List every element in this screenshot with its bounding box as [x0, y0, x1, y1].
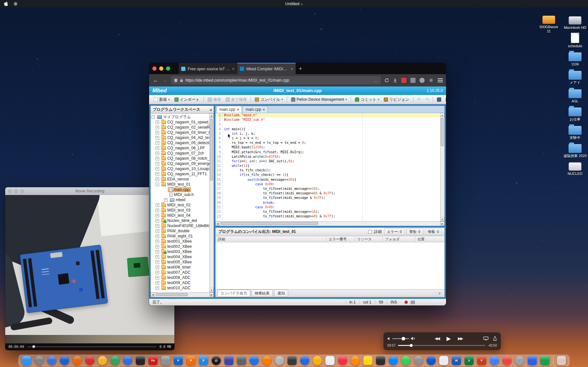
dock-icon-app-gray-c[interactable]: [275, 356, 284, 365]
dock-icon-vlc[interactable]: [262, 356, 271, 365]
scrollbar-thumb[interactable]: [210, 119, 213, 180]
toolbar-new[interactable]: 新規▾: [152, 96, 172, 103]
dock-icon-app-blue-b[interactable]: [123, 356, 132, 365]
code-editor[interactable]: 1#include "mbed.h"2#include "MIDI_sub.h"…: [216, 113, 440, 221]
tree-item[interactable]: +CQ_nagasm_11_FFT1: [151, 171, 209, 177]
toolbar-undo[interactable]: ↶: [415, 97, 423, 103]
desktop-icon-メアド[interactable]: メアド: [563, 69, 587, 85]
downloads-button[interactable]: [393, 78, 397, 83]
toolbar-redo[interactable]: ↷: [423, 97, 431, 103]
tree-item[interactable]: +CQ_nagasm_04_AD_test: [151, 135, 209, 140]
scroll-right-icon[interactable]: ▶: [440, 222, 444, 226]
desktop-icon-macintosh-hd[interactable]: Macintosh HD: [563, 14, 587, 30]
code-line[interactable]: 10 LatchPulse.write(0x01F8);: [216, 155, 440, 159]
tree-item[interactable]: +test004_XBee: [151, 254, 209, 259]
code-line[interactable]: 20 break;: [216, 201, 440, 205]
tree-item[interactable]: +test010_ADC: [151, 285, 209, 291]
expand-icon[interactable]: +: [156, 276, 159, 280]
fast-forward-button[interactable]: ▶▶: [458, 336, 463, 341]
playback-progress-bar[interactable]: [398, 345, 485, 346]
expand-icon[interactable]: +: [156, 255, 159, 259]
tree-item[interactable]: +test005_XBee: [151, 259, 209, 265]
play-button[interactable]: ▶: [446, 335, 451, 342]
collapse-icon[interactable]: −: [156, 183, 159, 186]
expand-icon[interactable]: +: [156, 214, 159, 217]
collapse-icon[interactable]: −: [151, 115, 155, 119]
scrollbar-thumb[interactable]: [156, 293, 188, 296]
dock-icon-chrome[interactable]: [98, 356, 107, 365]
expand-icon[interactable]: +: [164, 198, 168, 202]
tree-item[interactable]: +CQ_nagasm_01_speed_check: [151, 120, 209, 125]
status-misc-icon[interactable]: [411, 301, 415, 304]
tree-item[interactable]: +EDA_sensor: [151, 177, 209, 182]
code-line[interactable]: 2#include "MIDI_sub.h": [216, 118, 440, 122]
output-column-header[interactable]: エラー番号: [326, 236, 355, 242]
tree-item[interactable]: +PAW_double: [151, 228, 209, 234]
tree-item[interactable]: MIDI_sub.h: [151, 192, 209, 197]
output-tab-2[interactable]: 検索結果: [252, 290, 273, 297]
extension-icon[interactable]: [410, 78, 416, 83]
tree-item[interactable]: −マイプログラム: [151, 114, 209, 120]
expand-icon[interactable]: +: [156, 141, 159, 145]
desktop-icon-実験中[interactable]: 実験中: [563, 124, 587, 140]
dock-icon-app-dark-a[interactable]: [288, 356, 297, 365]
code-line[interactable]: 8 MIDI.baud(31250);: [216, 145, 440, 150]
code-line[interactable]: 13 tx_fifo_check();: [216, 168, 440, 173]
code-line[interactable]: 15 switch(midi_message>>20){: [216, 178, 440, 182]
editor-tab-close-icon[interactable]: ×: [237, 108, 239, 111]
workspace-vertical-scrollbar[interactable]: ▲ ▼: [209, 114, 214, 292]
dock-icon-mail[interactable]: [325, 356, 335, 365]
dock-icon-launchpad[interactable]: [35, 356, 44, 365]
dock-icon-app-blue-a[interactable]: [47, 356, 56, 365]
forward-button[interactable]: →: [162, 77, 168, 83]
expand-icon[interactable]: +: [156, 136, 159, 140]
toolbar-compile[interactable]: コンパイル▾: [253, 96, 285, 103]
expand-icon[interactable]: +: [156, 146, 159, 150]
panel-chevron-icon[interactable]: ∨: [438, 291, 443, 295]
output-column-header[interactable]: フォルダ: [383, 236, 415, 242]
code-line[interactable]: 12 while(1){: [216, 164, 440, 168]
editor-horizontal-scrollbar[interactable]: ◀ ▶: [216, 221, 444, 226]
collapse-panel-button[interactable]: ◀: [209, 108, 212, 111]
toolbar-pelion[interactable]: Pelion Device Management▾: [289, 96, 349, 103]
dock-icon-parallels[interactable]: Pa: [148, 356, 158, 365]
code-line[interactable]: 17 tx_fifoset(midi_message>>16);: [216, 187, 440, 191]
mbed-logo[interactable]: Mbed: [152, 87, 167, 94]
browser-tab-1[interactable]: Free open source IoT OS and d×: [179, 63, 237, 74]
tab-close-icon[interactable]: ×: [232, 67, 234, 71]
dock-icon-app-dark-b[interactable]: [376, 356, 385, 365]
dock-icon-photos[interactable]: [313, 356, 322, 365]
toolbar-find-in-files[interactable]: [444, 97, 446, 103]
toolbar-save[interactable]: 保存: [206, 96, 223, 103]
dock-icon-app-blue-d[interactable]: [389, 356, 398, 365]
expand-icon[interactable]: +: [156, 266, 159, 269]
dock-icon-system-preferences[interactable]: [414, 356, 423, 365]
code-line[interactable]: 4int main(){: [216, 127, 440, 132]
lock-icon[interactable]: [180, 78, 183, 82]
output-column-header[interactable]: 詳細: [216, 236, 326, 242]
scroll-left-icon[interactable]: ◀: [216, 222, 220, 226]
tree-item[interactable]: +test006_timer: [151, 265, 209, 270]
toolbar-find[interactable]: [435, 97, 443, 103]
toolbar-commit[interactable]: コミット▾: [353, 96, 381, 103]
code-line[interactable]: 5 int i, j, k;: [216, 132, 440, 136]
desktop-icon-nucleo[interactable]: NUCLEO: [563, 160, 587, 176]
expand-icon[interactable]: +: [156, 224, 159, 228]
code-line[interactable]: 7 rx_top = rx_end = tx_top = tx_end = 0;: [216, 141, 440, 145]
code-line[interactable]: 6 i = j = k = 0;: [216, 136, 440, 141]
code-line[interactable]: 19 tx_fifoset(midi_message & 0x7F);: [216, 196, 440, 200]
expand-icon[interactable]: +: [156, 126, 159, 129]
tree-item[interactable]: +MIDI_test_04: [151, 213, 209, 218]
output-tab-3[interactable]: 通知: [274, 290, 288, 297]
desktop-icon-お仕事[interactable]: お仕事: [563, 105, 587, 121]
code-line[interactable]: 18 tx_fifoset((midi_message>>8) & 0x7F);: [216, 191, 440, 196]
editor-vertical-scrollbar[interactable]: ▲ ▼: [440, 113, 444, 221]
code-line[interactable]: 3: [216, 122, 440, 127]
dock-icon-app-green-a[interactable]: [111, 356, 120, 365]
dock-icon-app-p-orange[interactable]: P: [186, 356, 195, 365]
code-line[interactable]: 23 tx_fifoset((midi_message>>8) & 0x7F);: [216, 214, 440, 219]
tree-item[interactable]: +MIDI_test_03: [151, 208, 209, 213]
tree-item[interactable]: +Nucleo_blink_led: [151, 218, 209, 223]
dock-icon-photo-booth[interactable]: [300, 356, 309, 365]
back-button[interactable]: ←: [152, 77, 159, 83]
